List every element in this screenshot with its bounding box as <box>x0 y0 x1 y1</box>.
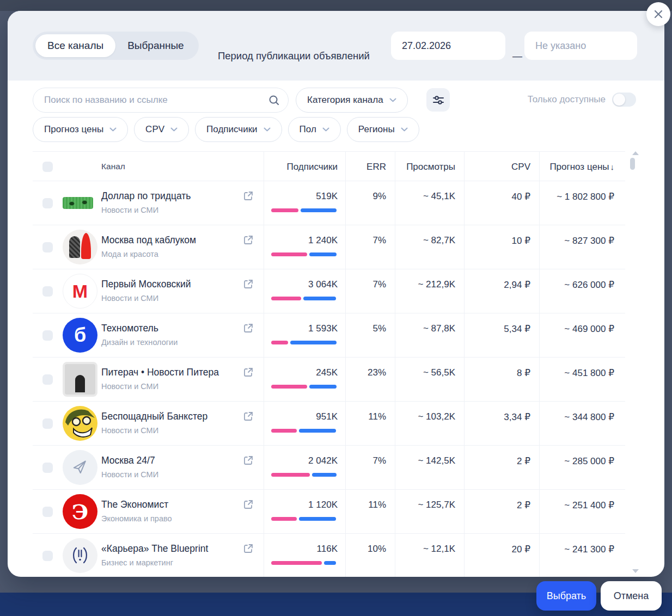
channel-cell: Москва под каблуком Мода и красота <box>33 225 264 269</box>
close-modal-button[interactable] <box>646 2 670 26</box>
only-available-toggle[interactable] <box>612 93 636 107</box>
table-row[interactable]: М Первый Московский Новости и СМИ 3 064K… <box>33 269 625 313</box>
row-checkbox[interactable] <box>42 242 53 252</box>
subscribers-count: 951K <box>264 411 338 422</box>
chevron-down-icon <box>109 127 117 132</box>
scrollbar-thumb[interactable] <box>630 158 635 170</box>
external-link-icon[interactable] <box>243 367 254 378</box>
views-value: ~ 82,7K <box>395 225 464 269</box>
header-views[interactable]: Просмотры <box>395 152 464 181</box>
cartoon-face-art <box>63 406 97 441</box>
laurel-wreath-art <box>69 545 91 566</box>
row-checkbox[interactable] <box>42 418 53 429</box>
row-checkbox[interactable] <box>42 286 53 297</box>
channel-category: Бизнес и маркетинг <box>101 558 173 567</box>
cpv-value: 20 ₽ <box>464 534 539 577</box>
tab-selected-channels[interactable]: Выбранные <box>115 34 196 57</box>
gender-distribution-bar <box>271 473 338 477</box>
toggle-knob <box>613 94 625 106</box>
search-input[interactable] <box>44 95 268 106</box>
channel-avatar: б <box>63 318 97 353</box>
channel-category: Новости и СМИ <box>101 206 158 214</box>
channel-cell: Беспощадный Банкстер Новости и СМИ <box>33 402 264 445</box>
subscribers-cell: 1 593K <box>264 313 345 357</box>
male-share-bar <box>309 252 337 256</box>
date-from-field[interactable]: 27.02.2026 <box>391 32 505 60</box>
channel-cell: М Первый Московский Новости и СМИ <box>33 269 264 313</box>
external-link-icon[interactable] <box>243 411 254 422</box>
cpv-value: 3,34 ₽ <box>464 402 539 445</box>
header-err[interactable]: ERR <box>345 152 395 181</box>
channel-category: Дизайн и технологии <box>101 338 178 347</box>
paper-plane-art <box>71 458 89 477</box>
row-checkbox[interactable] <box>42 374 53 385</box>
channels-table: Канал Подписчики ERR Просмотры CPV Прогн… <box>33 151 625 577</box>
row-checkbox[interactable] <box>42 507 53 517</box>
views-value: ~ 142,5K <box>395 446 464 489</box>
cpv-filter[interactable]: CPV <box>134 117 189 142</box>
cpv-value: 5,34 ₽ <box>464 313 539 357</box>
scrollbar-up-arrow[interactable] <box>632 151 639 155</box>
avatar-letter: Э <box>72 500 88 524</box>
regions-filter[interactable]: Регионы <box>347 117 419 142</box>
table-row[interactable]: Беспощадный Банкстер Новости и СМИ 951K … <box>33 401 625 445</box>
female-share-bar <box>271 429 297 433</box>
table-row[interactable]: Э The Экономист Экономика и право 1 120K… <box>33 489 625 533</box>
subscribers-cell: 519K <box>264 181 345 225</box>
row-checkbox[interactable] <box>42 463 53 473</box>
price-value: ~ 626 000 ₽ <box>539 269 625 313</box>
date-to-field[interactable]: Не указано <box>524 32 637 60</box>
category-filter-dropdown[interactable]: Категория канала <box>296 88 408 113</box>
table-row[interactable]: б Техномотель Дизайн и технологии 1 593K… <box>33 313 625 357</box>
row-checkbox[interactable] <box>42 330 53 341</box>
male-share-bar <box>303 297 336 300</box>
subscribers-count: 1 240K <box>264 235 338 246</box>
cpv-value: 2,94 ₽ <box>464 269 539 313</box>
search-icon <box>268 95 279 106</box>
external-link-icon[interactable] <box>243 455 254 466</box>
only-available-label: Только доступные <box>528 94 606 105</box>
scrollbar-down-arrow[interactable] <box>632 569 639 573</box>
table-row[interactable]: Москва 24/7 Новости и СМИ 2 042K 7% ~ 14… <box>33 445 625 489</box>
err-value: 9% <box>345 181 395 225</box>
gender-distribution-bar <box>271 517 338 521</box>
female-share-bar <box>271 208 298 212</box>
subscribers-cell: 1 120K <box>264 490 345 533</box>
chevron-down-icon <box>322 127 329 132</box>
avatar-letter: б <box>74 324 86 347</box>
external-link-icon[interactable] <box>243 190 254 201</box>
date-range-dash: — <box>510 51 525 62</box>
advanced-filters-button[interactable] <box>426 88 450 112</box>
header-subscribers[interactable]: Подписчики <box>264 152 345 181</box>
channel-name: Москва 24/7 <box>101 455 155 466</box>
header-cpv[interactable]: CPV <box>464 152 539 181</box>
channel-avatar: М <box>63 274 97 309</box>
channel-category: Экономика и право <box>101 514 172 523</box>
external-link-icon[interactable] <box>243 499 254 510</box>
channel-cell: «Карьера» The Blueprint Бизнес и маркети… <box>33 534 264 577</box>
tab-all-channels[interactable]: Все каналы <box>35 34 115 57</box>
external-link-icon[interactable] <box>243 323 254 334</box>
external-link-icon[interactable] <box>243 279 254 289</box>
table-row[interactable]: Доллар по тридцать Новости и СМИ 519K 9%… <box>33 181 625 225</box>
male-share-bar <box>312 473 337 477</box>
external-link-icon[interactable] <box>243 235 254 245</box>
subscribers-filter[interactable]: Подписчики <box>195 117 282 142</box>
row-checkbox[interactable] <box>42 198 53 208</box>
gender-filter[interactable]: Пол <box>288 117 341 142</box>
table-row[interactable]: «Карьера» The Blueprint Бизнес и маркети… <box>33 533 625 577</box>
row-checkbox[interactable] <box>42 551 53 561</box>
select-all-checkbox[interactable] <box>42 162 53 172</box>
header-price-sort[interactable]: Прогноз цены↓ <box>539 152 625 181</box>
cancel-button[interactable]: Отмена <box>601 581 662 611</box>
err-value: 7% <box>345 225 395 269</box>
price-forecast-filter[interactable]: Прогноз цены <box>33 117 128 142</box>
select-button[interactable]: Выбрать <box>536 581 596 611</box>
views-value: ~ 103,2K <box>395 402 464 445</box>
table-row[interactable]: Москва под каблуком Мода и красота 1 240… <box>33 225 625 269</box>
subscribers-count: 1 593K <box>264 323 338 334</box>
table-row[interactable]: Питерач • Новости Питера Новости и СМИ 2… <box>33 357 625 401</box>
channel-search <box>33 88 289 113</box>
channel-name: «Карьера» The Blueprint <box>101 543 208 555</box>
external-link-icon[interactable] <box>243 543 254 554</box>
